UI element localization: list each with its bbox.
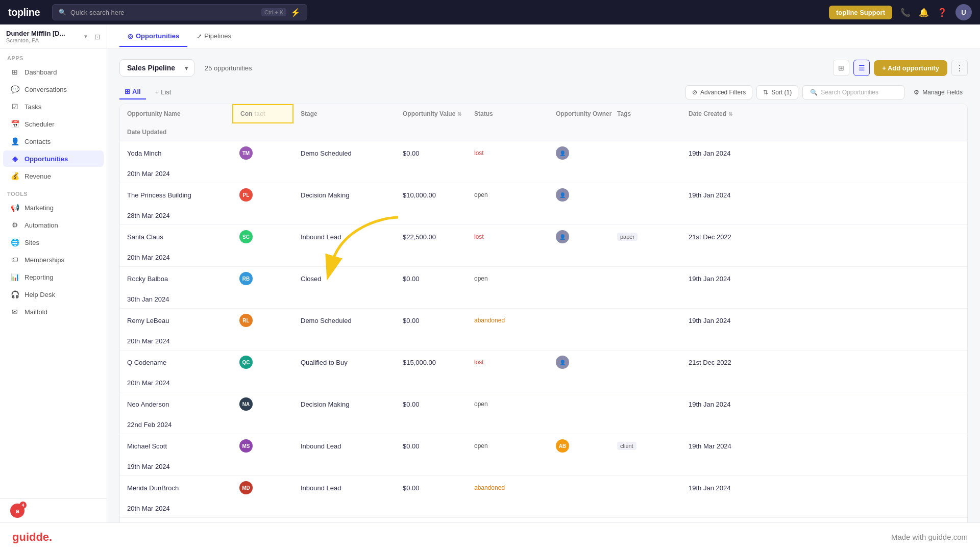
col-header-status: Status (467, 104, 549, 123)
cell-tags (610, 476, 681, 499)
cell-updated: 20th Mar 2024 (120, 374, 232, 392)
cell-status: lost (467, 518, 549, 522)
table-row[interactable]: Q Codename QC Qualified to Buy $15,000.0… (120, 350, 967, 392)
mailfold-icon: ✉ (10, 308, 19, 316)
cell-owner (549, 476, 610, 499)
tab-opportunities[interactable]: ◎ Opportunities (119, 26, 187, 47)
table-row[interactable]: Yoda Minch TM Demo Scheduled $0.00 lost … (120, 141, 967, 183)
tab-pipelines[interactable]: ⑇ Pipelines (189, 26, 239, 47)
cell-updated: 20th Mar 2024 (120, 248, 232, 266)
cell-contact: MD (232, 476, 293, 499)
layout-icon[interactable]: ⊡ (94, 33, 101, 41)
sidebar-item-opportunities[interactable]: ◈ Opportunities (3, 151, 104, 167)
cell-value: $15,000.00 (396, 350, 467, 374)
sidebar-item-helpdesk[interactable]: 🎧 Help Desk (3, 286, 104, 303)
conversations-icon: 💬 (10, 85, 19, 93)
grid-view-button[interactable]: ⊞ (833, 60, 849, 76)
sidebar-item-label: Conversations (24, 86, 67, 93)
table-row[interactable]: Remy LeBeau RL Demo Scheduled $0.00 aban… (120, 309, 967, 350)
cell-tags (610, 141, 681, 165)
memberships-icon: 🏷 (10, 256, 19, 264)
list-view-button[interactable]: ☰ (853, 60, 870, 76)
sidebar-item-revenue[interactable]: 💰 Revenue (3, 168, 104, 184)
notification-badge: 4 (19, 502, 27, 509)
filter-label: Advanced Filters (700, 89, 746, 96)
table-header: Opportunity Name Contact Stage Opportuni… (120, 104, 967, 141)
search-icon: 🔍 (59, 9, 66, 16)
cell-name: Michael Scott (120, 434, 232, 458)
table-row[interactable]: Luke Skywalker LS Contract In Review $12… (120, 518, 967, 522)
add-opportunity-button[interactable]: + Add opportunity (874, 60, 947, 76)
pipeline-select[interactable]: Sales Pipeline (119, 59, 194, 77)
search-opportunities-button[interactable]: 🔍 Search Opportunities (802, 85, 904, 99)
org-selector[interactable]: Dunder Mifflin [D... Scranton, PA ▾ ⊡ (0, 24, 107, 49)
sidebar-item-conversations[interactable]: 💬 Conversations (3, 81, 104, 97)
cell-owner: 👤 (549, 225, 610, 248)
help-icon[interactable]: ❓ (937, 8, 947, 17)
phone-icon[interactable]: 📞 (900, 8, 911, 17)
sidebar-item-contacts[interactable]: 👤 Contacts (3, 133, 104, 149)
cell-value: $22,500.00 (396, 225, 467, 248)
cell-tags (610, 183, 681, 207)
cell-value: $0.00 (396, 141, 467, 165)
sidebar-item-tasks[interactable]: ☑ Tasks (3, 98, 104, 115)
sidebar-item-scheduler[interactable]: 📅 Scheduler (3, 116, 104, 132)
cell-updated: 30th Jan 2024 (120, 290, 232, 308)
sidebar-item-marketing[interactable]: 📢 Marketing (3, 199, 104, 216)
sidebar-item-sites[interactable]: 🌐 Sites (3, 234, 104, 251)
cell-status: open (467, 183, 549, 207)
cell-owner: 👤 (549, 141, 610, 165)
cell-created: 21st Dec 2022 (681, 518, 753, 522)
reporting-icon: 📊 (10, 273, 19, 281)
sidebar-item-reporting[interactable]: 📊 Reporting (3, 269, 104, 285)
cell-stage: Demo Scheduled (293, 141, 396, 165)
sidebar-item-dashboard[interactable]: ⊞ Dashboard (3, 64, 104, 80)
cell-status: open (467, 434, 549, 458)
cell-name: Luke Skywalker (120, 518, 232, 522)
user-avatar[interactable]: U (955, 4, 972, 20)
cell-name: Yoda Minch (120, 141, 232, 165)
sidebar-item-automation[interactable]: ⚙ Automation (3, 217, 104, 233)
topbar-search[interactable]: 🔍 Quick search here Ctrl + K ⚡ (52, 4, 307, 20)
bell-icon[interactable]: 🔔 (919, 8, 929, 17)
sidebar-item-label: Help Desk (24, 291, 55, 298)
cell-tags (610, 309, 681, 332)
sort-button[interactable]: ⇅ Sort (1) (756, 85, 798, 99)
tab-opportunities-icon: ◎ (128, 33, 133, 40)
sidebar-item-label: Memberships (24, 256, 64, 264)
cell-stage: Inbound Lead (293, 225, 396, 248)
cell-value: $0.00 (396, 392, 467, 416)
cell-contact: PL (232, 183, 293, 207)
cell-created: 19th Jan 2024 (681, 267, 753, 290)
table-row[interactable]: Michael Scott MS Inbound Lead $0.00 open… (120, 434, 967, 476)
cell-contact: RL (232, 309, 293, 332)
sidebar-item-label: Contacts (24, 138, 51, 145)
table-row[interactable]: The Princess Building PL Decision Making… (120, 183, 967, 225)
cell-status: lost (467, 141, 549, 165)
cell-value: $0.00 (396, 476, 467, 499)
sort-label: Sort (1) (771, 89, 792, 96)
manage-fields-button[interactable]: ⚙ Manage Fields (909, 86, 968, 99)
advanced-filters-button[interactable]: ⊘ Advanced Filters (685, 85, 752, 99)
sidebar-item-label: Automation (24, 221, 58, 229)
table-row[interactable]: Neo Anderson NA Decision Making $0.00 op… (120, 392, 967, 434)
cell-status: lost (467, 225, 549, 248)
add-list-button[interactable]: + List (150, 85, 177, 99)
view-all-button[interactable]: ⊞ All (119, 85, 146, 99)
opportunities-icon: ◈ (10, 155, 19, 163)
sidebar-item-user[interactable]: a 4 (3, 499, 104, 522)
sidebar-item-memberships[interactable]: 🏷 Memberships (3, 252, 104, 268)
table-row[interactable]: Rocky Balboa RB Closed $0.00 open 19th J… (120, 267, 967, 309)
pipeline-toolbar: Sales Pipeline 25 opportunities ⊞ ☰ + Ad… (119, 59, 968, 77)
cell-updated: 20th Mar 2024 (120, 165, 232, 183)
sort-icon: ⇅ (763, 89, 768, 96)
cell-updated: 20th Mar 2024 (120, 499, 232, 517)
sidebar-item-mailfold[interactable]: ✉ Mailfold (3, 304, 104, 320)
more-options-button[interactable]: ⋮ (951, 60, 968, 76)
table-row[interactable]: Merida DunBroch MD Inbound Lead $0.00 ab… (120, 476, 967, 518)
cell-contact: RB (232, 267, 293, 290)
table-row[interactable]: Santa Claus SC Inbound Lead $22,500.00 l… (120, 225, 967, 267)
support-button[interactable]: topline Support (829, 6, 892, 19)
cell-value: $0.00 (396, 309, 467, 332)
chevron-down-icon: ▾ (84, 33, 87, 40)
